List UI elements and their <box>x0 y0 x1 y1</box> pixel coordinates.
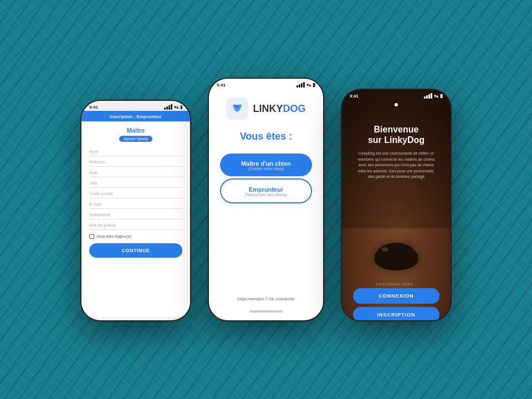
wifi-icon: ▾▴ <box>174 105 178 110</box>
section-title: Maître <box>89 127 182 134</box>
field-nom-label: Nom <box>89 149 99 154</box>
emprunteur-button[interactable]: Emprunteur (Rencontrez des chiens) <box>220 178 312 203</box>
phone-welcome: 9:41 ▾▴ ▮ Bienvenuesur LinkyDog LinkyDog… <box>341 89 452 321</box>
field-code-postal[interactable]: Code postal <box>89 188 182 198</box>
field-ville-label: Ville <box>89 181 98 186</box>
field-code-postal-label: Code postal <box>89 191 113 196</box>
continue-label: CONTINUE <box>122 248 150 253</box>
add-photo-label: Ajouter l'photo <box>124 137 149 141</box>
field-telephone[interactable]: Téléphone <box>89 209 182 219</box>
field-nom[interactable]: Nom <box>89 146 182 156</box>
add-photo-button[interactable]: Ajouter l'photo <box>119 136 153 142</box>
phone1-header-title: Inscription - Emprunteur <box>110 114 161 119</box>
emprunteur-label: Emprunteur <box>221 186 311 193</box>
status-bar-1: 9:41 ▾▴ ▮ <box>81 101 190 111</box>
logo-linky: LINKY <box>253 103 283 114</box>
welcome-title-text: Bienvenuesur LinkyDog <box>368 125 424 145</box>
wifi-icon-2: ▾▴ <box>306 83 311 88</box>
field-password-label: Mot de passe <box>89 223 116 228</box>
logo-icon <box>226 98 248 120</box>
time-2: 9:41 <box>217 83 226 88</box>
signal-icon-3 <box>424 93 432 99</box>
signal-icon <box>164 104 172 110</box>
field-prenom[interactable]: Prénom <box>89 157 182 167</box>
connexion-button[interactable]: CONNEXION <box>353 288 439 304</box>
status-bar-2: 9:41 ▾▴ ▮ <box>209 79 323 89</box>
continue-vers-label: CONTINUER VERS : <box>342 283 451 286</box>
logo-dog: DOG <box>283 103 305 114</box>
signal-icon-2 <box>296 82 305 88</box>
checkbox-label: Vous êtes majeur(e) <box>96 234 131 238</box>
phone-role-selection: 9:41 ▾▴ ▮ <box>208 78 324 321</box>
svg-point-1 <box>236 105 239 108</box>
phone1-content: Inscription - Emprunteur Maître Ajouter … <box>81 111 190 317</box>
phone-registration: 9:41 ▾▴ ▮ Inscription - Emprunteur Maîtr… <box>80 100 191 321</box>
field-rue[interactable]: Rue <box>89 167 182 177</box>
status-icons-1: ▾▴ ▮ <box>164 104 182 110</box>
battery-icon-3: ▮ <box>440 93 443 99</box>
welcome-description: LinkyDog est une communauté de millier c… <box>355 151 437 180</box>
maitre-button[interactable]: Maître d'un chien (Confier votre chien) <box>220 154 312 176</box>
time-3: 9:41 <box>350 94 359 99</box>
home-indicator-2 <box>249 310 283 313</box>
inscription-label: INSCRIPTION <box>377 312 415 318</box>
inscription-button[interactable]: INSCRIPTION <box>353 307 439 321</box>
status-icons-3: ▾▴ ▮ <box>424 93 443 99</box>
field-telephone-label: Téléphone <box>89 212 110 217</box>
status-bar-3: 9:41 ▾▴ ▮ <box>342 90 451 100</box>
majeur-checkbox[interactable] <box>89 234 94 239</box>
maitre-sub: (Confier votre chien) <box>220 167 312 173</box>
checkbox-row: Vous êtes majeur(e) <box>89 234 182 239</box>
connexion-label: CONNEXION <box>378 293 414 299</box>
status-icons-2: ▾▴ ▮ <box>296 82 315 88</box>
battery-icon-2: ▮ <box>313 82 315 88</box>
phone2-content: LINKYDOG Vous êtes : Maître d'un chien (… <box>209 89 323 317</box>
logo-area: LINKYDOG <box>226 98 305 120</box>
welcome-title: Bienvenuesur LinkyDog <box>353 124 439 145</box>
phone1-body: Maître Ajouter l'photo Nom Prénom Rue Vi… <box>81 121 190 317</box>
field-prenom-label: Prénom <box>89 160 105 165</box>
field-email-label: E-mail <box>89 202 102 207</box>
logo-svg <box>229 101 245 116</box>
continue-button[interactable]: CONTINUE <box>89 243 182 258</box>
phone1-header: Inscription - Emprunteur <box>81 111 190 121</box>
field-password[interactable]: Mot de passe <box>89 220 182 230</box>
time-1: 9:41 <box>89 105 98 110</box>
emprunteur-sub: (Rencontrez des chiens) <box>221 193 311 199</box>
wifi-icon-3: ▾▴ <box>434 94 438 99</box>
battery-icon: ▮ <box>180 105 182 110</box>
vous-etes-label: Vous êtes : <box>240 131 293 142</box>
already-member: Déjà membre ? Se connecter <box>237 296 295 310</box>
field-rue-label: Rue <box>89 170 98 175</box>
maitre-label: Maître d'un chien <box>220 160 312 167</box>
logo-text: LINKYDOG <box>253 103 305 115</box>
field-ville[interactable]: Ville <box>89 178 182 188</box>
dot-indicator <box>395 103 398 106</box>
phones-container: 9:41 ▾▴ ▮ Inscription - Emprunteur Maîtr… <box>0 0 532 399</box>
field-email[interactable]: E-mail <box>89 199 182 209</box>
phone3-content: Bienvenuesur LinkyDog LinkyDog est une c… <box>342 108 451 321</box>
spacer <box>342 180 451 283</box>
